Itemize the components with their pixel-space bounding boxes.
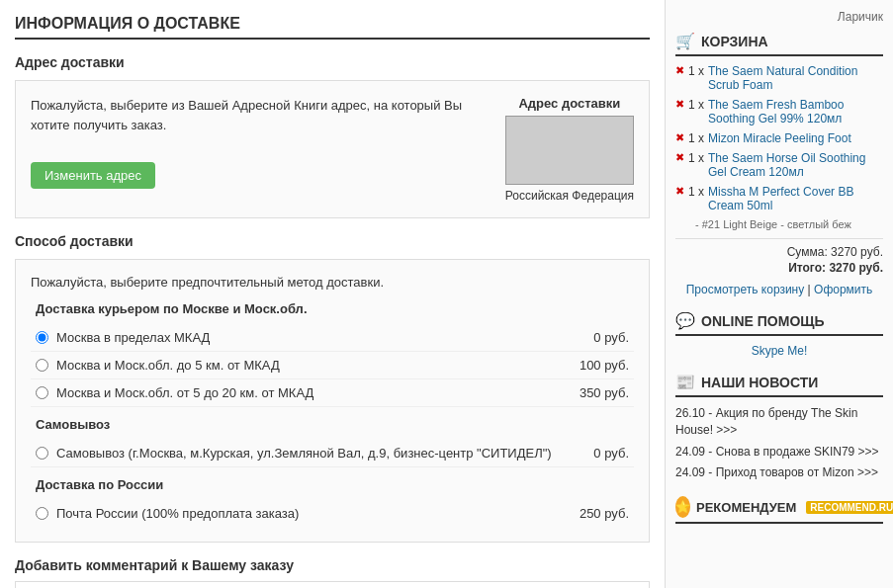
cart-remove-3[interactable]: ✖ [675,151,684,164]
cart-qty-4: 1 x [688,185,704,199]
option-price-5km: 100 руб. [580,358,629,373]
cart-remove-0[interactable]: ✖ [675,64,684,77]
cart-sum-row: Сумма: 3270 руб. [675,245,883,259]
option-price-20km: 350 руб. [580,385,629,400]
option-label-mkad: Москва в пределах МКАД [56,330,580,345]
cart-item-3: ✖ 1 x The Saem Horse Oil Soothing Gel Cr… [675,151,883,179]
recommend-icon: ⭐ [675,496,690,518]
online-help-title: 💬 ONLINE ПОМОЩЬ [675,311,883,336]
delivery-option-20km: Москва и Моск.обл. от 5 до 20 км. от МКА… [31,379,634,407]
delivery-section-title: Способ доставки [15,233,650,249]
news-item-2: 24.09 - Приход товаров от Mizon >>> [675,464,883,481]
option-label-pickup: Самовывоз (г.Москва, м.Курская, ул.Земля… [56,446,580,461]
delivery-option-5km: Москва и Моск.обл. до 5 км. от МКАД 100 … [31,352,634,379]
cart-remove-4[interactable]: ✖ [675,185,684,198]
news-content: 26.10 - Акция по бренду The Skin House! … [675,405,883,481]
cart-item-4-sub: - #21 Light Beige - светлый беж [675,218,883,230]
recommend-title: ⭐ РЕКОМЕНДУЕМ recommend.ru [675,496,883,524]
cart-link-2[interactable]: Mizon Miracle Peeling Foot [708,131,851,145]
checkout-link[interactable]: Оформить [814,283,872,296]
news-block: 📰 НАШИ НОВОСТИ 26.10 - Акция по бренду T… [675,373,883,481]
option-price-pickup: 0 руб. [580,446,629,461]
main-content: ИНФОРМАЦИЯ О ДОСТАВКЕ Адрес доставки Пож… [0,0,666,588]
cart-separator: | [808,283,811,296]
address-box-label: Адрес доставки [505,96,634,111]
delivery-option-pochta: Почта России (100% предоплата заказа) 25… [31,500,634,527]
delivery-section: Пожалуйста, выберите предпочтительный ме… [15,259,650,543]
cart-link-4[interactable]: Missha M Perfect Cover BB Cream 50ml [708,185,883,212]
address-box-wrapper: Адрес доставки Российская Федерация [505,96,634,203]
user-label: Ларичик [675,10,883,24]
cart-link-1[interactable]: The Saem Fresh Bamboo Soothing Gel 99% 1… [708,98,883,126]
cart-qty-3: 1 x [688,151,704,165]
delivery-option-pickup: Самовывоз (г.Москва, м.Курская, ул.Земля… [31,440,634,467]
online-help-content: Skype Me! [675,344,883,358]
radio-5km[interactable] [36,359,48,372]
cart-link-3[interactable]: The Saem Horse Oil Soothing Gel Cream 12… [708,151,883,179]
cart-total-label: Итого: [788,261,826,275]
delivery-option-mkad: Москва в пределах МКАД 0 руб. [31,324,634,352]
recommend-badge: recommend.ru [806,501,893,514]
cart-total-value: 3270 руб. [829,261,883,275]
cart-block: 🛒 КОРЗИНА ✖ 1 x The Saem Natural Conditi… [675,32,883,296]
cart-item-4: ✖ 1 x Missha M Perfect Cover BB Cream 50… [675,185,883,212]
option-price-pochta: 250 руб. [580,506,629,521]
delivery-group-russia: Доставка по России [36,477,634,492]
cart-item-0: ✖ 1 x The Saem Natural Condition Scrub F… [675,64,883,92]
skype-link[interactable]: Skype Me! [675,344,883,358]
radio-pickup[interactable] [36,447,48,460]
online-help-block: 💬 ONLINE ПОМОЩЬ Skype Me! [675,311,883,358]
delivery-group-courier: Доставка курьером по Москве и Моск.обл. [36,301,634,316]
cart-link-0[interactable]: The Saem Natural Condition Scrub Foam [708,64,883,92]
address-section: Пожалуйста, выберите из Вашей Адресной К… [15,80,650,218]
address-country: Российская Федерация [505,189,634,203]
comment-section: Добавить комментарий к Вашему заказу [15,557,650,588]
cart-remove-2[interactable]: ✖ [675,131,684,144]
view-cart-link[interactable]: Просмотреть корзину [686,283,805,296]
option-label-pochta: Почта России (100% предоплата заказа) [56,506,580,521]
cart-total-row: Итого: 3270 руб. [675,261,883,275]
option-label-20km: Москва и Моск.обл. от 5 до 20 км. от МКА… [56,385,580,400]
comment-label: Добавить комментарий к Вашему заказу [15,557,650,573]
change-address-button[interactable]: Изменить адрес [31,162,155,189]
cart-item-1: ✖ 1 x The Saem Fresh Bamboo Soothing Gel… [675,98,883,126]
cart-icon: 🛒 [675,32,695,50]
cart-remove-1[interactable]: ✖ [675,98,684,111]
cart-qty-1: 1 x [688,98,704,112]
cart-qty-0: 1 x [688,64,704,78]
option-label-5km: Москва и Моск.обл. до 5 км. от МКАД [56,358,580,373]
delivery-group-pickup: Самовывоз [36,417,634,432]
news-item-0: 26.10 - Акция по бренду The Skin House! … [675,405,883,439]
cart-totals: Сумма: 3270 руб. Итого: 3270 руб. [675,238,883,275]
cart-qty-2: 1 x [688,131,704,145]
cart-actions: Просмотреть корзину | Оформить [675,283,883,296]
address-box [505,116,634,185]
radio-pochta[interactable] [36,507,48,520]
cart-title: 🛒 КОРЗИНА [675,32,883,56]
delivery-intro: Пожалуйста, выберите предпочтительный ме… [31,275,634,290]
recommend-block: ⭐ РЕКОМЕНДУЕМ recommend.ru [675,496,883,524]
cart-sum-value: 3270 руб. [831,245,883,259]
address-intro-text: Пожалуйста, выберите из Вашей Адресной К… [31,96,486,189]
news-title: 📰 НАШИ НОВОСТИ [675,373,883,397]
address-section-title: Адрес доставки [15,54,650,70]
chat-icon: 💬 [675,311,695,330]
page-title: ИНФОРМАЦИЯ О ДОСТАВКЕ [15,15,650,40]
news-item-1: 24.09 - Снова в продаже SKIN79 >>> [675,444,883,461]
cart-item-2: ✖ 1 x Mizon Miracle Peeling Foot [675,131,883,145]
option-price-mkad: 0 руб. [580,330,629,345]
comment-textarea[interactable] [15,581,650,588]
cart-sum-label: Сумма: [787,245,828,259]
sidebar: Ларичик 🛒 КОРЗИНА ✖ 1 x The Saem Natural… [666,0,893,588]
radio-20km[interactable] [36,386,48,399]
news-icon: 📰 [675,373,695,391]
radio-mkad[interactable] [36,331,48,344]
